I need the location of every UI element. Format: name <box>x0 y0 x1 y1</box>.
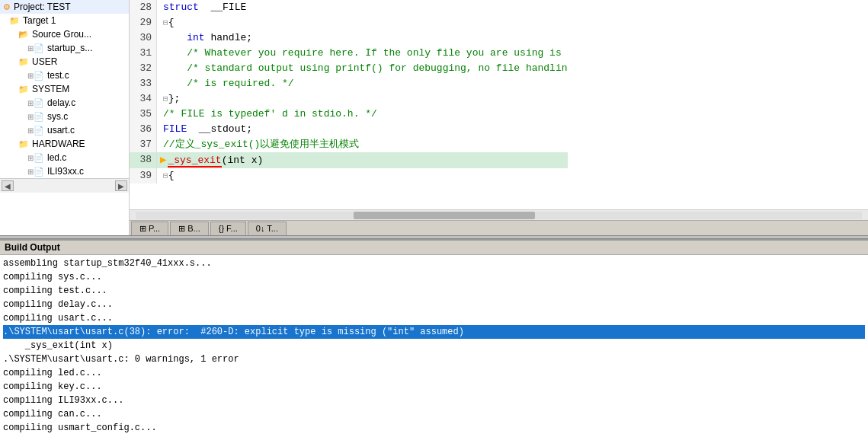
build-output-line[interactable]: .\SYSTEM\usart\usart.c(38): error: #260-… <box>3 325 865 339</box>
sidebar-item-user[interactable]: 📁 USER <box>0 55 129 69</box>
horizontal-scrollbar[interactable] <box>130 209 868 220</box>
line-code-32: /* standard output using printf() for de… <box>157 61 568 76</box>
code-line-29: 29 ⊟{ <box>130 15 568 30</box>
sidebar: ⚙ Project: TEST 📁 Target 1 📂 Source Grou… <box>0 0 130 235</box>
tab-templates[interactable]: 0↓ T... <box>248 222 287 235</box>
line-code-35: /* FILE is typedef' d in stdio.h. */ <box>157 107 568 122</box>
line-code-37: //定义_sys_exit()以避免使用半主机模式 <box>157 137 568 152</box>
sidebar-item-startup[interactable]: ⊞ 📄 startup_s... <box>0 41 129 55</box>
build-output-line: compiling key.c... <box>3 380 865 394</box>
file-icon-3: 📄 <box>34 98 44 108</box>
sidebar-scroll-controls: ◀ ▶ <box>0 178 129 193</box>
line-code-28: struct __FILE <box>157 0 568 15</box>
line-number-33: 33 <box>130 76 157 91</box>
sidebar-item-label: Project: TEST <box>14 2 70 12</box>
sidebar-item-led-c[interactable]: ⊞ 📄 led.c <box>0 151 129 164</box>
sidebar-item-project[interactable]: ⚙ Project: TEST <box>0 0 129 14</box>
scroll-right-arrow[interactable]: ▶ <box>115 180 127 191</box>
line-code-36: FILE __stdout; <box>157 122 568 137</box>
sidebar-item-label: USER <box>32 56 57 67</box>
sidebar-item-label: sys.c <box>47 111 68 122</box>
sidebar-item-label: startup_s... <box>47 43 92 53</box>
file-icon-5: 📄 <box>34 126 44 136</box>
line-number-35: 35 <box>130 107 157 122</box>
build-output-content[interactable]: assembling startup_stm32f40_41xxx.s...co… <box>0 255 868 437</box>
build-output-line: compiling led.c... <box>3 366 865 380</box>
expand-icon: ⊞ <box>27 44 34 53</box>
sidebar-item-label: SYSTEM <box>32 84 69 94</box>
main-area: ⚙ Project: TEST 📁 Target 1 📂 Source Grou… <box>0 0 868 235</box>
sidebar-item-label: Source Grou... <box>32 29 91 40</box>
code-line-31: 31 /* Whatever you require here. If the … <box>130 46 568 61</box>
sidebar-item-hardware[interactable]: 📁 HARDWARE <box>0 137 129 151</box>
sidebar-item-source-group[interactable]: 📂 Source Grou... <box>0 27 129 41</box>
sidebar-item-delay-c[interactable]: ⊞ 📄 delay.c <box>0 96 129 110</box>
line-number-39: 39 <box>130 168 157 183</box>
scroll-left-arrow[interactable]: ◀ <box>2 180 14 191</box>
tab-functions[interactable]: {} F... <box>210 222 246 235</box>
folder-icon-hardware: 📁 <box>18 139 29 149</box>
folder-open-icon: 📂 <box>18 30 29 40</box>
build-output-line: compiling usart.c... <box>3 311 865 325</box>
bottom-panel-tabs: ⊞ P... ⊞ B... {} F... 0↓ T... <box>130 220 868 235</box>
sidebar-item-label: ILI93xx.c <box>47 166 84 177</box>
expand-icon-2: ⊞ <box>27 72 34 80</box>
line-code-39: ⊟{ <box>157 168 568 183</box>
sidebar-item-sys-c[interactable]: ⊞ 📄 sys.c <box>0 110 129 123</box>
code-container[interactable]: 28 struct __FILE 29 ⊟{ 30 int handle; 31 <box>130 0 868 209</box>
line-number-36: 36 <box>130 122 157 137</box>
scrollbar-thumb[interactable] <box>354 212 535 219</box>
line-number-38: 38 <box>130 152 157 168</box>
editor-area: 28 struct __FILE 29 ⊟{ 30 int handle; 31 <box>130 0 868 235</box>
line-code-30: int handle; <box>157 30 568 46</box>
line-code-29: ⊟{ <box>157 15 568 30</box>
file-icon-7: 📄 <box>34 167 44 177</box>
build-output-line: assembling startup_stm32f40_41xxx.s... <box>3 257 865 270</box>
sidebar-item-target1[interactable]: 📁 Target 1 <box>0 14 129 27</box>
build-output-line: compiling can.c... <box>3 407 865 421</box>
sidebar-item-ili93xx-c[interactable]: ⊞ 📄 ILI93xx.c <box>0 164 129 178</box>
arrow-marker-icon: ▶ <box>160 152 166 168</box>
sidebar-item-label: HARDWARE <box>32 139 85 149</box>
code-line-35: 35 /* FILE is typedef' d in stdio.h. */ <box>130 107 568 122</box>
expand-icon-7: ⊞ <box>27 167 34 176</box>
line-code-34: ⊟}; <box>157 91 568 107</box>
line-code-33: /* is required. */ <box>157 76 568 91</box>
sidebar-item-test-c[interactable]: ⊞ 📄 test.c <box>0 69 129 82</box>
project-icon: ⚙ <box>3 2 11 12</box>
code-line-39: 39 ⊟{ <box>130 168 568 183</box>
code-line-32: 32 /* standard output using printf() for… <box>130 61 568 76</box>
file-icon-6: 📄 <box>34 153 44 163</box>
code-line-28: 28 struct __FILE <box>130 0 568 15</box>
line-number-29: 29 <box>130 15 157 30</box>
file-icon-2: 📄 <box>34 71 44 81</box>
expand-icon-5: ⊞ <box>27 126 34 135</box>
build-output-panel: Build Output assembling startup_stm32f40… <box>0 239 868 437</box>
build-output-line: compiling test.c... <box>3 284 865 298</box>
build-output-line: compiling delay.c... <box>3 298 865 311</box>
code-line-38: 38 ▶ _sys_exit(int x) <box>130 152 568 168</box>
line-number-32: 32 <box>130 61 157 76</box>
build-output-line: compiling usmart_config.c... <box>3 421 865 435</box>
sidebar-item-label: Target 1 <box>23 15 56 26</box>
expand-icon-6: ⊞ <box>27 154 34 162</box>
scrollbar-track[interactable] <box>136 212 862 219</box>
expand-icon-4: ⊞ <box>27 113 34 121</box>
build-output-header: Build Output <box>0 241 868 255</box>
build-output-title: Build Output <box>5 242 60 253</box>
folder-icon-user: 📁 <box>18 57 29 67</box>
line-number-31: 31 <box>130 46 157 61</box>
sidebar-item-system[interactable]: 📁 SYSTEM <box>0 82 129 96</box>
tab-projects[interactable]: ⊞ P... <box>131 222 168 235</box>
folder-icon: 📁 <box>9 16 20 26</box>
code-line-37: 37 //定义_sys_exit()以避免使用半主机模式 <box>130 137 568 152</box>
line-number-34: 34 <box>130 91 157 107</box>
code-line-36: 36 FILE __stdout; <box>130 122 568 137</box>
sidebar-item-usart-c[interactable]: ⊞ 📄 usart.c <box>0 123 129 137</box>
tab-build[interactable]: ⊞ B... <box>170 222 209 235</box>
sidebar-item-label: test.c <box>47 70 69 81</box>
code-line-30: 30 int handle; <box>130 30 568 46</box>
build-output-line: .\SYSTEM\usart\usart.c: 0 warnings, 1 er… <box>3 352 865 366</box>
code-line-33: 33 /* is required. */ <box>130 76 568 91</box>
expand-icon-3: ⊞ <box>27 99 34 107</box>
